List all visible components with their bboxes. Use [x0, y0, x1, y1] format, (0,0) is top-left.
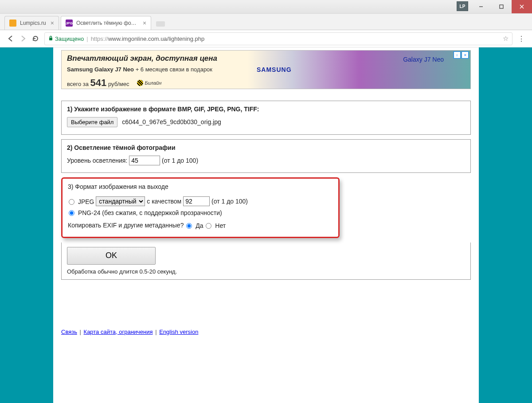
ok-button[interactable]: OK	[67, 247, 156, 265]
format-jpeg-radio[interactable]	[69, 199, 74, 205]
footer-sep: |	[80, 329, 81, 335]
reload-icon	[32, 35, 39, 42]
page-scroll-area[interactable]: Впечатляющий экран, доступная цена Samsu…	[0, 47, 532, 403]
step1-heading: 1) Укажите изображение в формате BMP, GI…	[67, 106, 465, 113]
exif-question: Копировать EXIF и другие метаданные?	[68, 222, 184, 229]
secure-indicator: Защищено	[48, 35, 84, 42]
nav-reload-button[interactable]	[29, 32, 42, 45]
footer-sep: |	[155, 329, 156, 335]
tab-label: Осветлить тёмную фото…	[76, 20, 138, 26]
nav-back-button[interactable]	[4, 32, 17, 45]
minimize-icon	[479, 4, 483, 9]
processing-note: Обработка обычно длится 0.5-20 секунд.	[67, 268, 465, 275]
step2-heading: 2) Осветление тёмной фотографии	[67, 144, 465, 151]
ad-headline: Впечатляющий экран, доступная цена	[67, 54, 253, 63]
lightening-level-label: Уровень осветления:	[67, 157, 127, 164]
exif-no-radio[interactable]	[206, 223, 211, 229]
svg-rect-4	[156, 21, 165, 27]
submit-panel: OK Обработка обычно длится 0.5-20 секунд…	[61, 243, 471, 280]
bookmark-star-icon[interactable]: ☆	[503, 35, 509, 43]
ad-line2: всего за 541 руб/мес Билайн	[67, 76, 253, 89]
format-jpeg-label: JPEG	[78, 198, 94, 205]
url-text: https://www.imgonline.com.ua/lightening.…	[91, 35, 205, 42]
window-close-button[interactable]	[512, 0, 532, 13]
lightening-level-input[interactable]	[129, 156, 160, 165]
footer-link-contact[interactable]: Связь	[61, 329, 77, 335]
secure-label: Защищено	[55, 35, 84, 42]
svg-rect-1	[500, 5, 503, 8]
address-bar: Защищено | https://www.imgonline.com.ua/…	[0, 30, 532, 47]
browser-menu-button[interactable]: ⋮	[515, 32, 528, 45]
maximize-icon	[499, 4, 504, 9]
svg-rect-5	[49, 38, 52, 40]
chosen-filename: c6044_0_967e5_9cd0b030_orig.jpg	[122, 118, 221, 125]
tab-imgonline[interactable]: JPG Осветлить тёмную фото… ×	[61, 16, 151, 30]
favicon-lumpics	[9, 20, 16, 27]
tab-lumpics[interactable]: Lumpics.ru ×	[4, 16, 59, 30]
jpeg-quality-input[interactable]	[183, 196, 210, 206]
footer-link-sitemap[interactable]: Карта сайта, ограничения	[84, 329, 153, 335]
nav-forward-button[interactable]	[17, 32, 29, 45]
step3-panel: 3) Формат изображения на выходе JPEG ста…	[61, 177, 340, 238]
close-icon	[520, 4, 524, 9]
quality-hint: (от 1 до 100)	[211, 198, 248, 205]
adchoices-close-icon[interactable]: ✕	[462, 51, 469, 59]
format-png-label: PNG-24 (без сжатия, с поддержкой прозрач…	[78, 209, 222, 216]
new-tab-button[interactable]	[155, 19, 166, 28]
ad-line1: Samsung Galaxy J7 Neo + 6 месяцев связи …	[67, 66, 253, 74]
kebab-icon: ⋮	[518, 35, 525, 43]
ad-banner[interactable]: Впечатляющий экран, доступная цена Samsu…	[61, 50, 471, 89]
quality-prefix: с качеством	[147, 198, 181, 205]
arrow-left-icon	[7, 35, 14, 42]
browser-tabs-bar: Lumpics.ru × JPG Осветлить тёмную фото… …	[0, 14, 532, 30]
tab-close-icon[interactable]: ×	[51, 20, 54, 26]
ad-product: Galaxy J7 Neo	[403, 56, 444, 63]
lightening-level-hint: (от 1 до 100)	[162, 157, 198, 164]
choose-file-button[interactable]: Выберите файл	[67, 117, 117, 127]
exif-yes-label: Да	[196, 223, 203, 230]
step2-panel: 2) Осветление тёмной фотографии Уровень …	[61, 139, 471, 173]
footer-link-english[interactable]: English version	[159, 329, 198, 335]
window-maximize-button[interactable]	[491, 0, 512, 13]
tab-label: Lumpics.ru	[20, 20, 46, 26]
lp-badge: LP	[457, 1, 468, 11]
footer-links: Связь | Карта сайта, ограничения | Engli…	[61, 329, 471, 335]
lock-icon	[48, 35, 53, 42]
format-png-radio[interactable]	[69, 210, 74, 216]
favicon-imgonline: JPG	[66, 20, 73, 27]
window-titlebar: LP	[0, 0, 532, 14]
exif-yes-radio[interactable]	[186, 223, 192, 229]
jpeg-mode-select[interactable]: стандартный	[96, 196, 145, 206]
window-minimize-button[interactable]	[471, 0, 491, 13]
url-input[interactable]: Защищено | https://www.imgonline.com.ua/…	[44, 32, 512, 45]
step1-panel: 1) Укажите изображение в формате BMP, GI…	[61, 101, 471, 135]
new-tab-icon	[156, 20, 165, 27]
adchoices-info-icon[interactable]: i	[454, 51, 461, 59]
arrow-right-icon	[20, 35, 27, 42]
step3-heading: 3) Формат изображения на выходе	[68, 183, 333, 190]
beeline-logo: Билайн	[137, 80, 161, 86]
samsung-logo: SAMSUNG	[257, 66, 292, 73]
exif-no-label: Нет	[215, 223, 226, 230]
tab-close-icon[interactable]: ×	[143, 20, 146, 26]
url-separator: |	[86, 35, 88, 42]
